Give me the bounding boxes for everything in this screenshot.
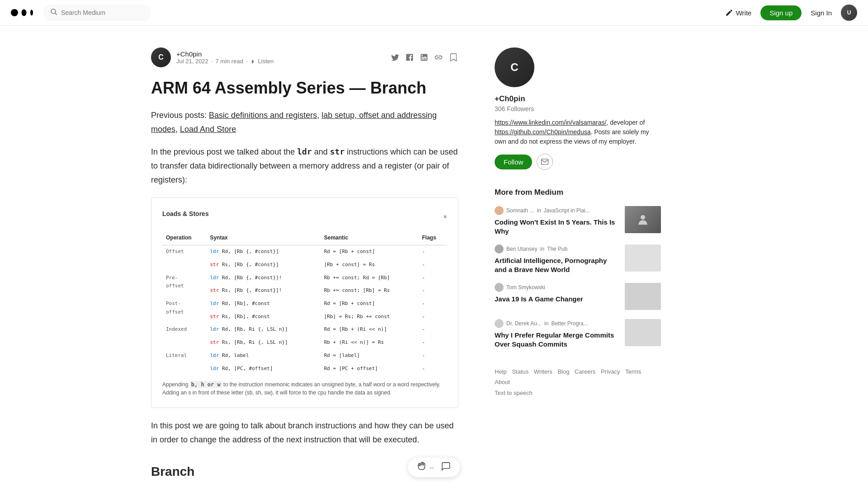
twitter-share-button[interactable] <box>391 53 400 62</box>
github-link[interactable]: https://github.com/Ch0pin/medusa <box>495 128 590 136</box>
rec-title-1[interactable]: Coding Won't Exist In 5 Years. This Is W… <box>495 218 619 235</box>
write-label: Write <box>736 9 752 17</box>
svg-line-4 <box>55 13 57 15</box>
linkedin-share-button[interactable] <box>420 53 429 62</box>
sidebar-follow-row: Follow <box>495 154 661 170</box>
rec-content-4: Dr. Derek Au... in Better Progra... Why … <box>495 319 619 348</box>
footer-text-to-speech[interactable]: Text to speech <box>495 389 533 396</box>
author-avatar[interactable]: C <box>151 47 171 67</box>
section-pre-offset: Pre-offset <box>162 272 206 297</box>
clap-button[interactable] <box>417 461 427 474</box>
subscribe-button[interactable] <box>537 154 553 170</box>
table-note: Appending b, h or w to the instruction m… <box>162 380 447 397</box>
read-time: 7 min read <box>215 58 243 65</box>
rec-author-line-4: Dr. Derek Au... in Better Progra... <box>495 319 619 328</box>
table-title: Loads & Stores <box>162 209 209 220</box>
linkedin-link[interactable]: https://www.linkedin.com/in/valsamaras/ <box>495 119 606 126</box>
svg-rect-5 <box>542 159 548 164</box>
previous-posts-para: Previous posts: Basic definitions and re… <box>151 108 458 136</box>
play-icon: ⏵ <box>250 58 256 65</box>
medium-logo[interactable] <box>11 6 36 19</box>
rec-content-3: Tom Smykowski Java 19 Is A Game Changer <box>495 283 619 304</box>
col-syntax: Syntax <box>206 230 320 245</box>
footer-blog[interactable]: Blog <box>557 368 569 375</box>
ldr-code: ldr <box>297 147 312 156</box>
link-basic-definitions[interactable]: Basic definitions and registers <box>209 111 317 120</box>
rec-author-line-3: Tom Smykowski <box>495 283 619 292</box>
intro-paragraph: In the previous post we talked about the… <box>151 145 458 187</box>
sidebar-bio: https://www.linkedin.com/in/valsamaras/,… <box>495 118 661 146</box>
rec-author-2: Ben Utansey <box>506 246 538 252</box>
article: C +Ch0pin Jul 21, 2022 · 7 min read · ⏵ … <box>151 26 458 488</box>
rec-content-2: Ben Utansey in The Pub Artificial Intell… <box>495 244 619 274</box>
rec-content-1: Somnath ... in JavaScript in Plai... Cod… <box>495 206 619 235</box>
footer-status[interactable]: Status <box>512 368 528 375</box>
rec-title-4[interactable]: Why I Prefer Regular Merge Commits Over … <box>495 331 619 348</box>
copy-link-button[interactable] <box>434 53 443 62</box>
previous-posts-label: Previous posts: <box>151 111 207 120</box>
rec-avatar-1 <box>495 206 504 215</box>
table-row: Pre-offset ldr Rd, [Rb {, #const}]! Rb +… <box>162 272 447 285</box>
sidebar-author-name[interactable]: +Ch0pin <box>495 94 661 103</box>
sidebar-author-avatar[interactable]: C <box>495 47 534 87</box>
rec-title-3[interactable]: Java 19 Is A Game Changer <box>495 295 619 304</box>
email-icon <box>541 158 549 166</box>
search-icon <box>50 8 57 17</box>
rec-item-2: Ben Utansey in The Pub Artificial Intell… <box>495 244 661 274</box>
article-title: ARM 64 Assembly Series — Branch <box>151 78 458 98</box>
col-semantic: Semantic <box>321 230 419 245</box>
rec-pub-4: Better Progra... <box>551 320 588 327</box>
footer-help[interactable]: Help <box>495 368 507 375</box>
section-post-offset: Post-offset <box>162 297 206 323</box>
table-close-button[interactable]: × <box>443 211 447 222</box>
comment-button[interactable] <box>441 461 451 474</box>
clap-section: -- <box>417 461 434 474</box>
table-row: Indexed ldr Rd, [Rb, Ri {, LSL n}] Rd = … <box>162 323 447 336</box>
bottom-bar: -- <box>408 458 460 477</box>
author-name[interactable]: +Ch0pin <box>176 50 274 58</box>
loads-stores-table: Loads & Stores × Operation Syntax Semant… <box>151 197 458 408</box>
section-offset: Offset <box>162 245 206 272</box>
facebook-share-button[interactable] <box>405 53 414 62</box>
comment-icon <box>441 461 451 471</box>
rec-title-2[interactable]: Artificial Intelligence, Pornography and… <box>495 256 619 274</box>
search-input[interactable] <box>61 9 144 16</box>
signin-button[interactable]: Sign In <box>811 9 832 17</box>
rec-avatar-3 <box>495 283 504 292</box>
footer-writers[interactable]: Writers <box>534 368 552 375</box>
social-icons <box>391 53 443 62</box>
rec-pub-1: JavaScript in Plai... <box>544 207 590 214</box>
header-right: Write Sign up Sign In U <box>725 5 857 21</box>
user-avatar[interactable]: U <box>841 5 857 21</box>
rec-image-1 <box>625 206 661 233</box>
write-button[interactable]: Write <box>725 9 752 17</box>
link-load-store[interactable]: Load And Store <box>180 125 236 134</box>
follow-button[interactable]: Follow <box>495 155 532 169</box>
rec-avatar-4 <box>495 319 504 328</box>
header-left <box>11 5 151 21</box>
signup-button[interactable]: Sign up <box>760 5 802 20</box>
listen-button[interactable]: ⏵ Listen <box>250 58 274 65</box>
clap-icon <box>417 461 427 471</box>
sidebar: C +Ch0pin 306 Followers https://www.link… <box>495 26 661 488</box>
footer-careers[interactable]: Careers <box>575 368 595 375</box>
footer-about[interactable]: About <box>495 379 510 385</box>
rec-item-4: Dr. Derek Au... in Better Progra... Why … <box>495 319 661 348</box>
footer-privacy[interactable]: Privacy <box>601 368 620 375</box>
rec-item-1: Somnath ... in JavaScript in Plai... Cod… <box>495 206 661 235</box>
footer-terms[interactable]: Terms <box>625 368 641 375</box>
author-bar: C +Ch0pin Jul 21, 2022 · 7 min read · ⏵ … <box>151 47 458 67</box>
ldr-semantic: Rd = [Rb + const] <box>321 245 419 258</box>
main-layout: C +Ch0pin Jul 21, 2022 · 7 min read · ⏵ … <box>140 26 728 488</box>
save-button[interactable] <box>448 52 458 62</box>
write-icon <box>725 9 733 17</box>
sidebar-footer: Help Status Writers Blog Careers Privacy… <box>495 366 661 398</box>
rec-author-line-1: Somnath ... in JavaScript in Plai... <box>495 206 619 215</box>
table-row: Post-offset ldr Rd, [Rb], #const Rd = [R… <box>162 297 447 310</box>
str-code: str <box>330 147 345 156</box>
col-flags: Flags <box>419 230 447 245</box>
article-date: Jul 21, 2022 <box>176 58 208 65</box>
rec-author-line-2: Ben Utansey in The Pub <box>495 244 619 253</box>
rec-image-2 <box>625 244 661 272</box>
search-container[interactable] <box>43 5 151 21</box>
